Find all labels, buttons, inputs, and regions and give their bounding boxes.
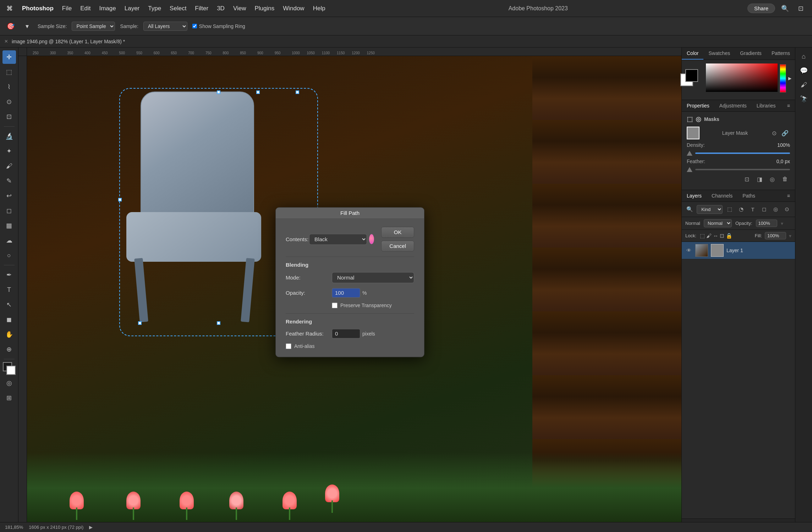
mode-select[interactable]: Normal Multiply Screen [332,272,414,283]
share-button[interactable]: Share [747,4,775,13]
antialias-checkbox[interactable] [286,343,291,349]
color-strip-arrow[interactable]: ▶ [788,76,791,81]
crop-tool[interactable]: ⊡ [2,110,16,123]
menu-image[interactable]: Image [95,4,119,13]
mask-apply-icon[interactable]: ⊙ [770,129,778,137]
brush-tool[interactable]: 🖌 [2,159,16,173]
show-sampling-ring-label[interactable]: Show Sampling Ring [192,23,245,29]
feather-input[interactable] [332,329,360,338]
menu-edit[interactable]: Edit [77,4,94,13]
filter-smart-icon[interactable]: ◎ [771,205,780,214]
path-select-tool[interactable]: ↖ [2,298,16,311]
mask-to-selection-icon[interactable]: ◨ [755,174,764,184]
search-icon[interactable]: 🔍 [779,3,791,14]
lock-position-icon[interactable]: ↔ [713,233,718,239]
lock-transparent-icon[interactable]: ⬚ [700,233,705,239]
mask-selection-icon[interactable]: ⊡ [742,174,752,184]
ok-button[interactable]: OK [381,227,414,238]
feather-triangle[interactable] [687,167,692,172]
lock-pixels-icon[interactable]: 🖌 [706,233,712,239]
density-slider[interactable] [695,153,790,154]
path-anchor-left-mid[interactable] [118,198,122,201]
vector-mask-icon[interactable]: ◎ [696,115,701,123]
layers-panel-menu[interactable]: ≡ [782,190,795,201]
filter-shape-icon[interactable]: ◻ [760,205,768,214]
feather-slider[interactable] [695,169,790,170]
brush-settings-icon[interactable]: 🖌 [798,79,810,91]
menu-plugins[interactable]: Plugins [251,4,278,13]
show-sampling-ring-checkbox[interactable] [192,24,197,28]
tab-swatches[interactable]: Swatches [703,48,735,60]
color-gradient-picker[interactable] [706,63,778,92]
blur-tool[interactable]: ☁ [2,234,16,247]
path-anchor-right-top[interactable] [296,90,299,94]
props-expand-button[interactable]: ≡ [782,100,795,111]
tab-properties[interactable]: Properties [682,100,714,111]
shape-tool[interactable]: ◼ [2,313,16,326]
contents-select[interactable]: Black White Color... Background Color Fo… [309,234,367,245]
eyedropper-tool-icon[interactable]: 🎯 [5,21,16,32]
tab-channels[interactable]: Channels [707,190,737,201]
lock-all-icon[interactable]: 🔒 [726,233,733,239]
eraser-tool[interactable]: ◻ [2,204,16,217]
layout-icon[interactable]: ⊡ [795,3,806,14]
path-anchor-top-right[interactable] [256,90,260,94]
hue-strip[interactable] [780,64,786,93]
density-triangle[interactable] [687,151,692,156]
blend-mode-select[interactable]: Normal Multiply Screen [704,219,732,227]
menu-help[interactable]: Help [309,4,329,13]
dodge-tool[interactable]: ○ [2,249,16,262]
hand-tool[interactable]: ✋ [2,328,16,341]
comment-icon[interactable]: 💬 [798,65,810,77]
opacity-dropdown-arrow[interactable]: ▾ [781,221,783,226]
layer-mask-preview[interactable] [687,127,699,139]
kind-filter-select[interactable]: Kind Name Effect [697,205,723,214]
menu-type[interactable]: Type [144,4,165,13]
menu-filter[interactable]: Filter [191,4,212,13]
background-color[interactable] [6,366,16,375]
menu-window[interactable]: Window [279,4,308,13]
mask-refine-icon[interactable]: ◎ [767,174,777,184]
eyedropper-tool[interactable]: 🔬 [2,129,16,143]
menu-3d[interactable]: 3D [213,4,228,13]
fill-value-input[interactable] [765,232,786,239]
tab-adjustments[interactable]: Adjustments [714,100,752,111]
apple-menu[interactable]: ⌘ [6,5,13,12]
layer-visibility-toggle[interactable]: 👁 [685,247,692,254]
zoom-tool[interactable]: ⊕ [2,343,16,356]
quick-select-tool[interactable]: ⊙ [2,95,16,109]
sample-select[interactable]: All Layers Current Layer [143,22,187,31]
screen-mode-tool[interactable]: ⊞ [2,391,16,405]
home-icon[interactable]: ⌂ [798,50,810,62]
menu-file[interactable]: File [59,4,75,13]
tab-gradients[interactable]: Gradients [735,48,767,60]
canvas-area[interactable]: 250 300 350 400 450 500 550 600 650 700 … [18,48,681,532]
lock-artboard-icon[interactable]: ⊡ [720,233,724,239]
tab-patterns[interactable]: Patterns [767,48,795,60]
layer-item-1[interactable]: 👁 Layer 1 [682,242,795,259]
status-arrow[interactable]: ▶ [89,525,93,530]
filter-search-icon[interactable]: 🔍 [685,205,694,214]
history-brush-tool[interactable]: ↩ [2,189,16,203]
lasso-tool[interactable]: ⌇ [2,80,16,94]
tab-paths[interactable]: Paths [737,190,760,201]
menu-layer[interactable]: Layer [121,4,143,13]
marquee-tool[interactable]: ⬚ [2,65,16,79]
menu-view[interactable]: View [230,4,250,13]
sample-size-select[interactable]: Point Sample 3x3 Average 5x5 Average [72,22,115,31]
menu-select[interactable]: Select [166,4,190,13]
discover-icon[interactable]: 🔭 [798,93,810,105]
opacity-input[interactable] [332,288,360,298]
pen-tool[interactable]: ✒ [2,268,16,282]
fill-dropdown-arrow[interactable]: ▾ [789,233,791,239]
opacity-value-input[interactable] [756,220,777,227]
filter-type-icon[interactable]: T [748,205,757,214]
tab-close-button[interactable]: ✕ [4,39,8,44]
filter-adjustment-icon[interactable]: ◔ [737,205,746,214]
fg-color-swatch[interactable] [685,69,698,82]
spot-healing-tool[interactable]: ✦ [2,144,16,158]
move-tool[interactable]: ✛ [2,50,16,64]
tool-options-arrow[interactable]: ▾ [21,21,33,32]
menu-photoshop[interactable]: Photoshop [18,4,57,13]
raster-mask-icon[interactable]: ⬚ [687,115,693,123]
